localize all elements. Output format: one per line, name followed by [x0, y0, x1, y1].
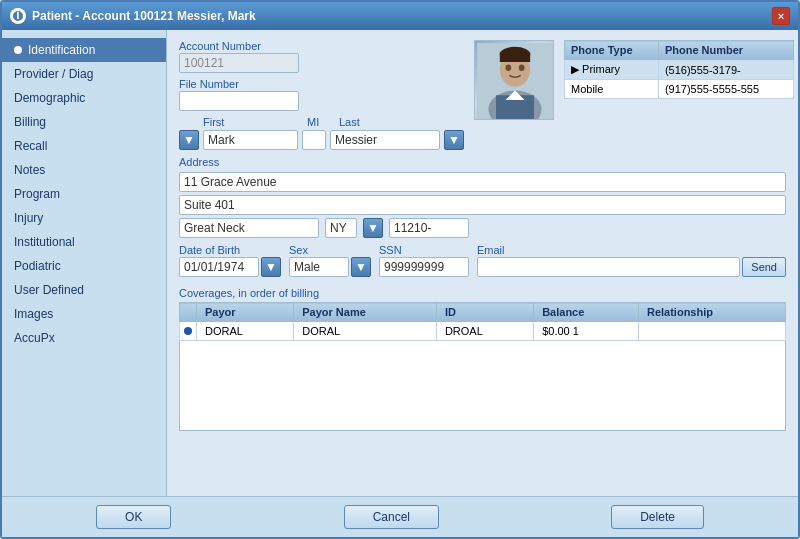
phone-row-mobile[interactable]: Mobile (917)555-5555-555: [565, 80, 794, 99]
form-left: Account Number File Number First MI: [179, 40, 464, 150]
name-group: First MI Last ▼ ▼: [179, 116, 464, 150]
ssn-input[interactable]: [379, 257, 469, 277]
dob-sex-ssn-row: Date of Birth ▼ Sex ▼ SSN: [179, 244, 786, 277]
email-label: Email: [477, 244, 786, 256]
coverage-relationship-0: [638, 322, 785, 341]
phone-type-mobile: Mobile: [565, 80, 659, 99]
window-icon: i: [10, 8, 26, 24]
address2-input[interactable]: [179, 195, 786, 215]
ok-button[interactable]: OK: [96, 505, 171, 529]
sidebar-label-demographic: Demographic: [14, 91, 85, 105]
sidebar-item-injury[interactable]: Injury: [2, 206, 166, 230]
dob-label: Date of Birth: [179, 244, 281, 256]
coverage-label: Coverages, in order of billing: [179, 287, 786, 299]
svg-point-5: [506, 64, 512, 71]
account-number-group: Account Number: [179, 40, 464, 73]
title-bar: i Patient - Account 100121 Messier, Mark…: [2, 2, 798, 30]
cancel-button[interactable]: Cancel: [344, 505, 439, 529]
sidebar-item-billing[interactable]: Billing: [2, 110, 166, 134]
patient-photo: [474, 40, 554, 120]
phone-number-primary: (516)555-3179-: [658, 60, 793, 80]
top-section: Account Number File Number First MI: [179, 40, 786, 150]
sidebar-item-notes[interactable]: Notes: [2, 158, 166, 182]
sidebar: Identification Provider / Diag Demograph…: [2, 30, 167, 496]
sidebar-label-program: Program: [14, 187, 60, 201]
state-dropdown[interactable]: ▼: [363, 218, 383, 238]
dob-input[interactable]: [179, 257, 259, 277]
sidebar-label-billing: Billing: [14, 115, 46, 129]
footer: OK Cancel Delete: [2, 496, 798, 537]
dob-dropdown[interactable]: ▼: [261, 257, 281, 277]
name-suffix-dropdown[interactable]: ▼: [444, 130, 464, 150]
sex-label: Sex: [289, 244, 371, 256]
sidebar-label-provider-diag: Provider / Diag: [14, 67, 93, 81]
sidebar-label-podiatric: Podiatric: [14, 259, 61, 273]
coverage-payor-name-header: Payor Name: [294, 303, 437, 322]
file-number-label: File Number: [179, 78, 464, 90]
sidebar-label-notes: Notes: [14, 163, 45, 177]
file-number-input[interactable]: [179, 91, 299, 111]
sidebar-item-identification[interactable]: Identification: [2, 38, 166, 62]
last-name-label: Last: [339, 116, 439, 128]
phone-section: Phone Type Phone Number ▶ Primary (516)5…: [564, 40, 794, 150]
close-button[interactable]: ×: [772, 7, 790, 25]
coverage-payor-0: DORAL: [197, 322, 294, 341]
zip-input[interactable]: [389, 218, 469, 238]
coverage-dot-col-header: [180, 303, 197, 322]
person-svg: [477, 43, 553, 119]
coverage-id-header: ID: [436, 303, 533, 322]
sidebar-item-institutional[interactable]: Institutional: [2, 230, 166, 254]
address-label: Address: [179, 156, 786, 168]
delete-button[interactable]: Delete: [611, 505, 704, 529]
sidebar-item-images[interactable]: Images: [2, 302, 166, 326]
city-input[interactable]: [179, 218, 319, 238]
sex-group: Sex ▼: [289, 244, 371, 277]
sidebar-dot: [14, 46, 22, 54]
sidebar-item-podiatric[interactable]: Podiatric: [2, 254, 166, 278]
name-prefix-dropdown[interactable]: ▼: [179, 130, 199, 150]
sidebar-label-injury: Injury: [14, 211, 43, 225]
sidebar-label-institutional: Institutional: [14, 235, 75, 249]
sex-input[interactable]: [289, 257, 349, 277]
mi-label: MI: [307, 116, 335, 128]
sidebar-item-demographic[interactable]: Demographic: [2, 86, 166, 110]
phone-type-header: Phone Type: [565, 41, 659, 60]
sidebar-label-accupx: AccuPx: [14, 331, 55, 345]
ssn-label: SSN: [379, 244, 469, 256]
address1-input[interactable]: [179, 172, 786, 192]
window-body: Identification Provider / Diag Demograph…: [2, 30, 798, 496]
sidebar-item-provider-diag[interactable]: Provider / Diag: [2, 62, 166, 86]
coverage-row-0[interactable]: DORAL DORAL DROAL $0.00 1: [180, 322, 786, 341]
sidebar-item-recall[interactable]: Recall: [2, 134, 166, 158]
sex-dropdown[interactable]: ▼: [351, 257, 371, 277]
city-state-zip-row: ▼: [179, 218, 786, 238]
last-name-input[interactable]: [330, 130, 440, 150]
coverage-balance-0: $0.00 1: [534, 322, 639, 341]
dob-group: Date of Birth ▼: [179, 244, 281, 277]
state-input[interactable]: [325, 218, 357, 238]
first-name-label: First: [203, 116, 303, 128]
phone-arrow-primary: ▶ Primary: [565, 60, 659, 80]
svg-text:i: i: [16, 10, 19, 22]
sidebar-label-recall: Recall: [14, 139, 47, 153]
email-input[interactable]: [477, 257, 740, 277]
sidebar-item-accupx[interactable]: AccuPx: [2, 326, 166, 350]
sidebar-item-program[interactable]: Program: [2, 182, 166, 206]
coverage-table: Payor Payor Name ID Balance Relationship…: [179, 302, 786, 341]
phone-number-mobile: (917)555-5555-555: [658, 80, 793, 99]
first-name-input[interactable]: [203, 130, 298, 150]
coverage-relationship-header: Relationship: [638, 303, 785, 322]
coverage-balance-header: Balance: [534, 303, 639, 322]
send-button[interactable]: Send: [742, 257, 786, 277]
account-number-input: [179, 53, 299, 73]
sidebar-item-user-defined[interactable]: User Defined: [2, 278, 166, 302]
phone-number-header: Phone Number: [658, 41, 793, 60]
mi-input[interactable]: [302, 130, 326, 150]
window-title: Patient - Account 100121 Messier, Mark: [32, 9, 256, 23]
coverage-id-0: DROAL: [436, 322, 533, 341]
phone-row-primary[interactable]: ▶ Primary (516)555-3179-: [565, 60, 794, 80]
patient-window: i Patient - Account 100121 Messier, Mark…: [0, 0, 800, 539]
main-content: Account Number File Number First MI: [167, 30, 798, 496]
ssn-group: SSN: [379, 244, 469, 277]
account-number-label: Account Number: [179, 40, 464, 52]
